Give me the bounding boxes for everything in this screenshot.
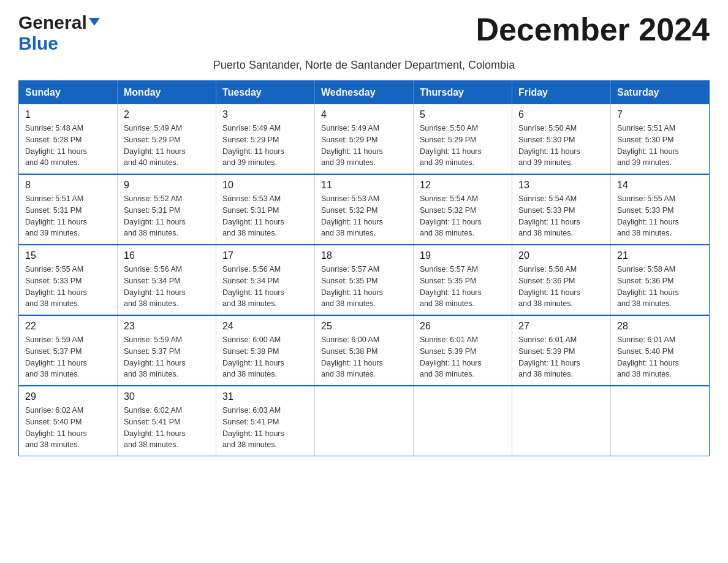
day-number: 20 bbox=[518, 250, 604, 261]
calendar-week-3: 15 Sunrise: 5:55 AM Sunset: 5:33 PM Dayl… bbox=[19, 245, 710, 315]
calendar-cell: 27 Sunrise: 6:01 AM Sunset: 5:39 PM Dayl… bbox=[512, 315, 611, 386]
calendar-cell bbox=[414, 386, 512, 456]
day-number: 31 bbox=[222, 391, 308, 402]
calendar-header-row: SundayMondayTuesdayWednesdayThursdayFrid… bbox=[19, 81, 710, 105]
day-info: Sunrise: 5:54 AM Sunset: 5:33 PM Dayligh… bbox=[518, 193, 604, 239]
calendar-cell: 29 Sunrise: 6:02 AM Sunset: 5:40 PM Dayl… bbox=[19, 386, 118, 456]
day-number: 17 bbox=[222, 250, 308, 261]
logo-blue-text: Blue bbox=[18, 33, 58, 53]
day-info: Sunrise: 6:02 AM Sunset: 5:41 PM Dayligh… bbox=[124, 405, 210, 451]
calendar-week-5: 29 Sunrise: 6:02 AM Sunset: 5:40 PM Dayl… bbox=[19, 386, 710, 456]
day-info: Sunrise: 5:53 AM Sunset: 5:31 PM Dayligh… bbox=[222, 193, 308, 239]
day-number: 7 bbox=[617, 109, 703, 120]
calendar-cell: 12 Sunrise: 5:54 AM Sunset: 5:32 PM Dayl… bbox=[414, 174, 512, 245]
day-number: 3 bbox=[222, 109, 308, 120]
day-info: Sunrise: 6:02 AM Sunset: 5:40 PM Dayligh… bbox=[25, 405, 111, 451]
day-number: 22 bbox=[25, 321, 111, 332]
day-number: 13 bbox=[518, 180, 604, 191]
calendar-cell: 6 Sunrise: 5:50 AM Sunset: 5:30 PM Dayli… bbox=[512, 104, 611, 174]
day-number: 6 bbox=[518, 109, 604, 120]
calendar-week-1: 1 Sunrise: 5:48 AM Sunset: 5:28 PM Dayli… bbox=[19, 104, 710, 174]
day-info: Sunrise: 5:49 AM Sunset: 5:29 PM Dayligh… bbox=[124, 123, 210, 169]
day-info: Sunrise: 5:53 AM Sunset: 5:32 PM Dayligh… bbox=[321, 193, 407, 239]
day-info: Sunrise: 5:58 AM Sunset: 5:36 PM Dayligh… bbox=[518, 264, 604, 310]
day-number: 1 bbox=[25, 109, 111, 120]
day-number: 18 bbox=[321, 250, 407, 261]
day-info: Sunrise: 6:01 AM Sunset: 5:40 PM Dayligh… bbox=[617, 334, 703, 380]
day-info: Sunrise: 5:49 AM Sunset: 5:29 PM Dayligh… bbox=[222, 123, 308, 169]
calendar-cell: 25 Sunrise: 6:00 AM Sunset: 5:38 PM Dayl… bbox=[315, 315, 414, 386]
day-number: 24 bbox=[222, 321, 308, 332]
page-subtitle: Puerto Santander, Norte de Santander Dep… bbox=[18, 59, 710, 72]
day-info: Sunrise: 5:59 AM Sunset: 5:37 PM Dayligh… bbox=[25, 334, 111, 380]
day-info: Sunrise: 5:56 AM Sunset: 5:34 PM Dayligh… bbox=[222, 264, 308, 310]
calendar-cell: 5 Sunrise: 5:50 AM Sunset: 5:29 PM Dayli… bbox=[414, 104, 512, 174]
logo-general-text: General bbox=[18, 12, 87, 33]
calendar-cell: 4 Sunrise: 5:49 AM Sunset: 5:29 PM Dayli… bbox=[315, 104, 414, 174]
calendar-cell: 11 Sunrise: 5:53 AM Sunset: 5:32 PM Dayl… bbox=[315, 174, 414, 245]
calendar-cell: 31 Sunrise: 6:03 AM Sunset: 5:41 PM Dayl… bbox=[216, 386, 315, 456]
calendar-cell bbox=[315, 386, 414, 456]
calendar-cell: 8 Sunrise: 5:51 AM Sunset: 5:31 PM Dayli… bbox=[19, 174, 118, 245]
calendar-cell: 15 Sunrise: 5:55 AM Sunset: 5:33 PM Dayl… bbox=[19, 245, 118, 315]
day-number: 21 bbox=[617, 250, 703, 261]
calendar-cell: 1 Sunrise: 5:48 AM Sunset: 5:28 PM Dayli… bbox=[19, 104, 118, 174]
calendar-cell: 21 Sunrise: 5:58 AM Sunset: 5:36 PM Dayl… bbox=[611, 245, 710, 315]
day-number: 2 bbox=[124, 109, 210, 120]
calendar-week-4: 22 Sunrise: 5:59 AM Sunset: 5:37 PM Dayl… bbox=[19, 315, 710, 386]
calendar-week-2: 8 Sunrise: 5:51 AM Sunset: 5:31 PM Dayli… bbox=[19, 174, 710, 245]
day-info: Sunrise: 5:56 AM Sunset: 5:34 PM Dayligh… bbox=[124, 264, 210, 310]
calendar-header-saturday: Saturday bbox=[611, 81, 710, 105]
calendar-cell: 23 Sunrise: 5:59 AM Sunset: 5:37 PM Dayl… bbox=[118, 315, 216, 386]
calendar-cell: 24 Sunrise: 6:00 AM Sunset: 5:38 PM Dayl… bbox=[216, 315, 315, 386]
calendar-cell: 26 Sunrise: 6:01 AM Sunset: 5:39 PM Dayl… bbox=[414, 315, 512, 386]
day-number: 11 bbox=[321, 180, 407, 191]
calendar-header-tuesday: Tuesday bbox=[216, 81, 315, 105]
day-info: Sunrise: 5:57 AM Sunset: 5:35 PM Dayligh… bbox=[321, 264, 407, 310]
day-number: 25 bbox=[321, 321, 407, 332]
logo-triangle-icon bbox=[89, 17, 100, 28]
page-header: General Blue December 2024 bbox=[18, 12, 710, 54]
day-info: Sunrise: 5:57 AM Sunset: 5:35 PM Dayligh… bbox=[420, 264, 506, 310]
day-info: Sunrise: 5:50 AM Sunset: 5:30 PM Dayligh… bbox=[518, 123, 604, 169]
day-number: 4 bbox=[321, 109, 407, 120]
day-info: Sunrise: 6:00 AM Sunset: 5:38 PM Dayligh… bbox=[222, 334, 308, 380]
calendar-cell: 19 Sunrise: 5:57 AM Sunset: 5:35 PM Dayl… bbox=[414, 245, 512, 315]
day-number: 12 bbox=[420, 180, 506, 191]
calendar-cell: 10 Sunrise: 5:53 AM Sunset: 5:31 PM Dayl… bbox=[216, 174, 315, 245]
calendar-cell: 3 Sunrise: 5:49 AM Sunset: 5:29 PM Dayli… bbox=[216, 104, 315, 174]
day-number: 8 bbox=[25, 180, 111, 191]
day-info: Sunrise: 6:01 AM Sunset: 5:39 PM Dayligh… bbox=[518, 334, 604, 380]
logo: General Blue bbox=[18, 12, 100, 54]
day-number: 14 bbox=[617, 180, 703, 191]
calendar-cell: 9 Sunrise: 5:52 AM Sunset: 5:31 PM Dayli… bbox=[118, 174, 216, 245]
day-info: Sunrise: 6:00 AM Sunset: 5:38 PM Dayligh… bbox=[321, 334, 407, 380]
day-number: 5 bbox=[420, 109, 506, 120]
day-info: Sunrise: 5:50 AM Sunset: 5:29 PM Dayligh… bbox=[420, 123, 506, 169]
day-info: Sunrise: 5:58 AM Sunset: 5:36 PM Dayligh… bbox=[617, 264, 703, 310]
day-info: Sunrise: 5:49 AM Sunset: 5:29 PM Dayligh… bbox=[321, 123, 407, 169]
calendar-header-friday: Friday bbox=[512, 81, 611, 105]
calendar-cell: 2 Sunrise: 5:49 AM Sunset: 5:29 PM Dayli… bbox=[118, 104, 216, 174]
day-number: 26 bbox=[420, 321, 506, 332]
day-number: 19 bbox=[420, 250, 506, 261]
day-number: 23 bbox=[124, 321, 210, 332]
calendar-cell: 22 Sunrise: 5:59 AM Sunset: 5:37 PM Dayl… bbox=[19, 315, 118, 386]
calendar-cell: 20 Sunrise: 5:58 AM Sunset: 5:36 PM Dayl… bbox=[512, 245, 611, 315]
calendar-cell bbox=[611, 386, 710, 456]
calendar-header-thursday: Thursday bbox=[414, 81, 512, 105]
day-number: 28 bbox=[617, 321, 703, 332]
calendar-cell: 17 Sunrise: 5:56 AM Sunset: 5:34 PM Dayl… bbox=[216, 245, 315, 315]
day-number: 9 bbox=[124, 180, 210, 191]
page-title: December 2024 bbox=[476, 12, 710, 47]
calendar-cell: 18 Sunrise: 5:57 AM Sunset: 5:35 PM Dayl… bbox=[315, 245, 414, 315]
calendar-cell: 13 Sunrise: 5:54 AM Sunset: 5:33 PM Dayl… bbox=[512, 174, 611, 245]
day-info: Sunrise: 5:59 AM Sunset: 5:37 PM Dayligh… bbox=[124, 334, 210, 380]
calendar-cell bbox=[512, 386, 611, 456]
day-number: 10 bbox=[222, 180, 308, 191]
day-number: 30 bbox=[124, 391, 210, 402]
calendar-cell: 28 Sunrise: 6:01 AM Sunset: 5:40 PM Dayl… bbox=[611, 315, 710, 386]
calendar-cell: 7 Sunrise: 5:51 AM Sunset: 5:30 PM Dayli… bbox=[611, 104, 710, 174]
calendar-cell: 30 Sunrise: 6:02 AM Sunset: 5:41 PM Dayl… bbox=[118, 386, 216, 456]
day-info: Sunrise: 5:48 AM Sunset: 5:28 PM Dayligh… bbox=[25, 123, 111, 169]
